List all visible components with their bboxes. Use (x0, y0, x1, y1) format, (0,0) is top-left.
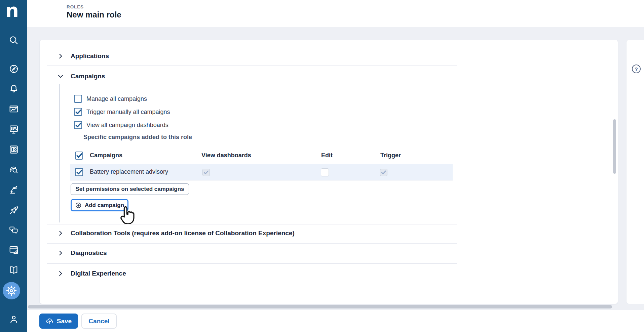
section-applications[interactable]: Applications (57, 49, 109, 63)
applications-grid-icon[interactable] (8, 144, 19, 155)
breadcrumb: ROLES (67, 4, 84, 9)
remote-view-icon[interactable] (8, 124, 19, 135)
checkbox-view-all-dashboards[interactable] (74, 121, 82, 129)
investigations-icon[interactable] (8, 164, 19, 175)
chevron-down-icon (57, 73, 64, 80)
plus-circle-icon (75, 202, 82, 209)
chevron-right-icon (57, 52, 64, 60)
bell-icon[interactable] (8, 83, 19, 94)
library-book-icon[interactable] (8, 264, 19, 275)
gear-icon (6, 285, 17, 296)
trigger-checkbox-disabled (380, 169, 387, 176)
cancel-button[interactable]: Cancel (81, 314, 117, 329)
adoption-rocket-icon[interactable] (8, 205, 19, 215)
brand-logo[interactable]: n (5, 1, 19, 20)
column-header-edit: Edit (321, 152, 333, 159)
sidebar-item-settings[interactable] (3, 282, 20, 299)
summary-side-panel (626, 40, 644, 304)
chevron-right-icon (57, 230, 64, 237)
chevron-right-icon (57, 249, 64, 257)
section-divider (47, 263, 457, 264)
column-header-campaigns: Campaigns (90, 152, 122, 159)
option-row: Trigger manually all campaigns (74, 108, 170, 116)
compass-icon[interactable] (8, 64, 19, 74)
automation-icon[interactable] (8, 184, 19, 195)
design-tools-icon[interactable] (8, 245, 19, 255)
column-header-view-dashboards: View dashboards (201, 152, 251, 159)
option-row: Manage all campaigns (74, 94, 147, 103)
section-collaboration-tools[interactable]: Collaboration Tools (requires add-on lic… (57, 226, 295, 240)
sidebar: n (0, 0, 27, 332)
set-permissions-button[interactable]: Set permissions on selected campaigns (71, 183, 189, 195)
column-header-trigger: Trigger (380, 152, 401, 159)
section-divider (47, 224, 457, 224)
checkbox-label: Trigger manually all campaigns (86, 109, 170, 116)
save-button[interactable]: Save (39, 314, 78, 329)
checkbox-label: Manage all campaigns (86, 95, 147, 102)
vertical-scrollbar[interactable] (613, 119, 616, 174)
section-divider (47, 243, 457, 244)
checkbox-trigger-manually[interactable] (74, 108, 82, 116)
row-select-checkbox[interactable] (75, 168, 83, 176)
page-header: ROLES New main role (27, 0, 644, 27)
indent-guide-line (59, 84, 60, 222)
section-diagnostics[interactable]: Diagnostics (57, 246, 107, 260)
horizontal-scrollbar[interactable] (28, 305, 612, 308)
edit-checkbox[interactable] (321, 168, 329, 176)
dashboards-icon[interactable] (8, 104, 19, 115)
roles-edit-screen: n (0, 0, 644, 332)
add-campaign-button[interactable]: Add campaign (71, 199, 128, 211)
section-divider (47, 65, 457, 66)
section-label: Campaigns (71, 73, 105, 80)
checkbox-label: View all campaign dashboards (86, 122, 168, 129)
checkbox-manage-all-campaigns[interactable] (74, 95, 82, 103)
help-icon[interactable]: ? (632, 65, 641, 73)
section-label: Diagnostics (71, 249, 107, 257)
section-digital-experience[interactable]: Digital Experience (57, 267, 126, 280)
footer-bar (27, 310, 644, 332)
search-icon[interactable] (8, 35, 19, 46)
view-dashboards-checkbox-disabled (202, 169, 210, 176)
engage-chat-icon[interactable] (8, 225, 19, 236)
select-all-checkbox[interactable] (75, 152, 83, 160)
section-campaigns[interactable]: Campaigns (57, 70, 105, 83)
chevron-right-icon (57, 270, 64, 277)
specific-campaigns-heading: Specific campaigns added to this role (83, 134, 192, 141)
cloud-upload-icon (46, 317, 54, 325)
option-row: View all campaign dashboards (74, 121, 168, 129)
table-row: Battery replacement advisory (70, 164, 453, 180)
account-person-icon[interactable] (8, 314, 19, 325)
page-title: New main role (67, 10, 121, 19)
section-label: Digital Experience (71, 270, 126, 277)
section-label: Applications (71, 52, 109, 60)
section-label: Collaboration Tools (requires add-on lic… (71, 230, 295, 237)
campaign-name: Battery replacement advisory (90, 168, 168, 175)
